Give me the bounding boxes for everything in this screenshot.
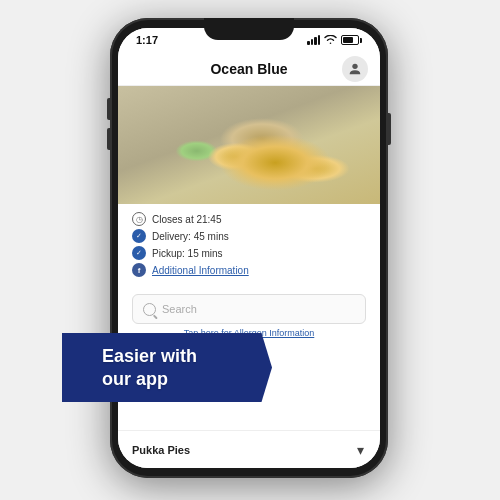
- restaurant-name: Ocean Blue: [210, 61, 287, 77]
- additional-info-row[interactable]: f Additional Information: [132, 263, 366, 277]
- additional-info-link[interactable]: Additional Information: [152, 265, 249, 276]
- facebook-icon: f: [132, 263, 146, 277]
- pickup-icon: ✓: [132, 246, 146, 260]
- search-placeholder: Search: [162, 303, 197, 315]
- delivery-row: ✓ Delivery: 45 mins: [132, 229, 366, 243]
- phone-shell: 1:17: [110, 18, 388, 478]
- banner-text-line1: Easier with: [102, 345, 244, 368]
- app-promo-banner[interactable]: Easier with our app: [62, 333, 272, 402]
- search-icon: [143, 303, 156, 316]
- app-header: Ocean Blue: [118, 52, 380, 86]
- svg-point-0: [352, 63, 357, 68]
- banner-text-line2: our app: [102, 368, 244, 391]
- closing-time: Closes at 21:45: [152, 214, 222, 225]
- status-icons: [307, 35, 362, 45]
- pickup-time: Pickup: 15 mins: [152, 248, 223, 259]
- restaurant-label: Pukka Pies: [132, 444, 190, 456]
- battery-icon: [341, 35, 362, 45]
- volume-down-button: [107, 128, 110, 150]
- volume-up-button: [107, 98, 110, 120]
- food-visual: [118, 86, 380, 204]
- bottom-restaurant-bar[interactable]: Pukka Pies ▾: [118, 430, 380, 468]
- chevron-down-icon: ▾: [354, 444, 366, 456]
- account-icon: [347, 61, 363, 77]
- scene: Easier with our app 1:17: [0, 0, 500, 500]
- power-button: [388, 113, 391, 145]
- pickup-row: ✓ Pickup: 15 mins: [132, 246, 366, 260]
- phone-notch: [204, 18, 294, 40]
- clock-icon: ◷: [132, 212, 146, 226]
- delivery-time: Delivery: 45 mins: [152, 231, 229, 242]
- wifi-icon: [324, 35, 337, 45]
- search-bar[interactable]: Search: [132, 294, 366, 324]
- delivery-icon: ✓: [132, 229, 146, 243]
- signal-icon: [307, 35, 320, 45]
- restaurant-info-section: ◷ Closes at 21:45 ✓ Delivery: 45 mins ✓ …: [118, 204, 380, 286]
- food-hero-image: [118, 86, 380, 204]
- user-avatar[interactable]: [342, 56, 368, 82]
- closing-time-row: ◷ Closes at 21:45: [132, 212, 366, 226]
- phone-screen: 1:17: [118, 28, 380, 468]
- status-time: 1:17: [136, 34, 158, 46]
